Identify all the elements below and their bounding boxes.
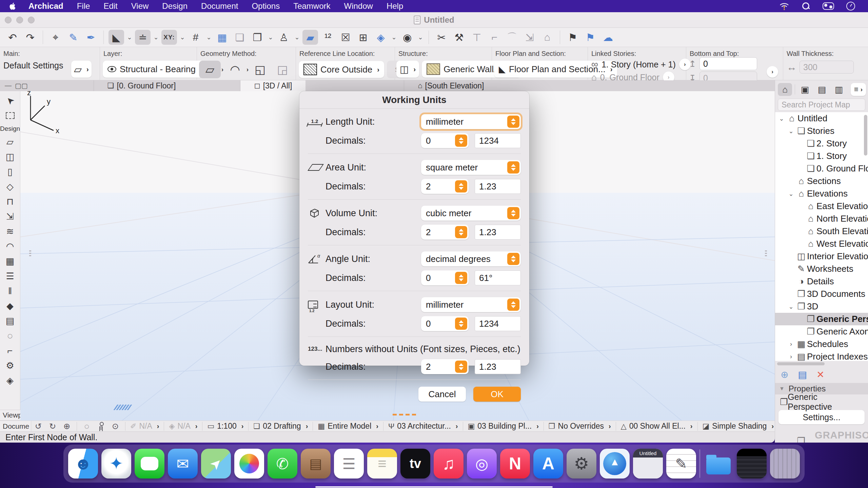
opening-tool-icon[interactable]: ◌ (3, 328, 18, 343)
top-offset-field[interactable]: 0 (699, 57, 757, 70)
menu-options[interactable]: Options (252, 1, 280, 11)
lamp-tool-icon[interactable]: ⚙ (3, 358, 18, 373)
textedit-app-icon[interactable]: ✎ (666, 449, 696, 479)
project-map-icon[interactable]: ⌂ (778, 83, 792, 96)
menu-file[interactable]: File (77, 1, 90, 11)
quick-item-structure-display[interactable]: ▦ Entire Model › (316, 422, 380, 431)
inject-parameters-icon[interactable]: ✒ (83, 30, 99, 45)
notes-app-icon[interactable]: ≡ (367, 449, 397, 479)
control-center-icon[interactable] (823, 2, 834, 10)
tab-south-elevation[interactable]: ⌂ [South Elevation] (404, 80, 497, 91)
layout-unit-select[interactable]: millimeter (421, 297, 521, 312)
stair-tool-icon[interactable]: ☰ (3, 269, 18, 284)
tree-item-worksheets[interactable]: ✎Worksheets (775, 263, 868, 275)
tree-item-stories[interactable]: ⌄❏Stories (775, 125, 868, 137)
music-app-icon[interactable]: ♫ (434, 449, 463, 479)
redo-icon[interactable]: ↷ (22, 30, 38, 45)
tab-grid-icon[interactable]: ▢▢ (15, 82, 28, 90)
reference-line-selector[interactable]: Core Outside › (299, 61, 384, 78)
tree-item-2-story[interactable]: ❏2. Story (775, 137, 868, 150)
photos-app-icon[interactable] (234, 449, 264, 479)
stepper-icon[interactable] (507, 116, 519, 128)
stepper-icon[interactable] (455, 180, 467, 192)
align-top-icon[interactable]: ⊤ (469, 30, 485, 45)
trash-icon[interactable] (770, 449, 800, 479)
apple-icon[interactable] (9, 2, 17, 11)
appstore-app-icon[interactable]: A (533, 449, 563, 479)
3d-cube-icon[interactable]: ◈ (373, 30, 389, 45)
guide-lines-icon[interactable]: ◣ (108, 30, 124, 45)
stepper-icon[interactable] (507, 161, 519, 174)
chevron-down-icon[interactable]: ⌄ (787, 190, 795, 198)
chevron-right-icon[interactable]: › (787, 341, 795, 348)
quick-item-na-2[interactable]: ◈ N/A › (167, 422, 199, 431)
tree-item-3d[interactable]: ⌄❐3D (775, 300, 868, 313)
wall-drawing-icon[interactable]: ▰ (302, 30, 318, 45)
archicad-app-icon[interactable] (600, 449, 630, 479)
length-decimals-select[interactable]: 0 (421, 133, 469, 148)
back-icon[interactable]: ↺ (31, 422, 45, 431)
orbit-chevron-icon[interactable]: ⌄ (417, 34, 424, 41)
left-splitter-handle[interactable] (29, 250, 31, 262)
wifi-alert-icon[interactable] (779, 2, 789, 11)
stepper-icon[interactable] (455, 135, 467, 147)
menu-view[interactable]: View (131, 1, 149, 11)
beam-tool-icon[interactable]: ⊓ (3, 194, 18, 209)
tree-item-3d-documents[interactable]: ❒3D Documents (775, 288, 868, 300)
brown-app-icon[interactable]: ▤ (301, 449, 331, 479)
dark-window-thumbnail[interactable] (737, 449, 767, 479)
search-input[interactable] (782, 100, 862, 109)
thickness-field[interactable]: 300 (800, 61, 854, 74)
forward-icon[interactable]: ↻ (45, 422, 60, 431)
tree-item-untitled[interactable]: ⌄⌂Untitled (775, 112, 868, 125)
angle-unit-select[interactable]: decimal degrees (421, 251, 521, 266)
length-unit-select[interactable]: millimeter (421, 114, 521, 129)
geometry-curved-icon[interactable]: ◠ (224, 61, 246, 78)
tree-item-1-story[interactable]: ❏1. Story (775, 150, 868, 162)
geometry-chained-icon[interactable]: ◱ (249, 61, 271, 78)
edit-transform-icon[interactable]: ⊞ (355, 30, 371, 45)
publisher-sets-icon[interactable]: ▥ (832, 83, 846, 96)
tree-vertical-scrollbar[interactable] (864, 115, 867, 156)
tree-item-0-ground-floor[interactable]: ❏0. Ground Floor (775, 162, 868, 175)
ok-button[interactable]: OK (473, 387, 521, 402)
snap-guides-icon[interactable]: ≐ (135, 30, 151, 45)
adjust-icon[interactable]: ⚒ (451, 30, 467, 45)
grid-display-icon[interactable]: ▦ (214, 30, 230, 45)
zoom-in-icon[interactable]: ⊕ (60, 422, 74, 431)
stepper-icon[interactable] (507, 207, 519, 219)
level-tool-icon[interactable]: ⌐ (3, 343, 18, 358)
tree-item-generic-axonometry[interactable]: ❐Generic Axonomet (775, 325, 868, 338)
pickup-parameters-icon[interactable]: ✎ (65, 30, 81, 45)
menu-teamwork[interactable]: Teamwork (293, 1, 330, 11)
untitled-window-thumbnail[interactable]: Untitled (633, 449, 663, 479)
tab-overflow-icon[interactable]: — (5, 82, 12, 90)
railing-tool-icon[interactable]: ‖ (3, 284, 18, 299)
pan-icon[interactable]: ◌ (80, 422, 94, 431)
chevron-down-icon[interactable]: ⌄ (777, 115, 786, 122)
column-tool-icon[interactable]: ◇ (3, 179, 18, 194)
shell-tool-icon[interactable]: ◠ (3, 239, 18, 254)
snap-grid-chevron-icon[interactable]: ⌄ (205, 34, 212, 41)
menu-archicad[interactable]: Archicad (28, 1, 63, 11)
layout-book-icon[interactable]: ▤ (815, 83, 829, 96)
chevron-down-icon[interactable]: ⌄ (787, 127, 795, 135)
reminders-app-icon[interactable]: ☰ (334, 449, 364, 479)
cloud-list-icon[interactable]: ☁ (600, 30, 616, 45)
bottom-top-chevron-button[interactable]: › (767, 66, 778, 78)
chevron-right-icon[interactable]: › (246, 66, 249, 73)
tree-item-schedules[interactable]: ›▦Schedules (775, 338, 868, 350)
zoom-window-button[interactable] (28, 17, 35, 23)
coordinates-icon[interactable]: XY: (161, 30, 177, 45)
stretch-icon[interactable]: ⌂ (539, 30, 555, 45)
finder-app-icon[interactable]: ☻ (68, 449, 98, 479)
volume-unit-select[interactable]: cubic meter (421, 206, 521, 221)
marquee-restrict-icon[interactable]: ☒ (338, 30, 353, 45)
right-splitter-handle[interactable] (765, 250, 767, 262)
flag-icon[interactable]: ⚑ (565, 30, 580, 45)
tree-item-south-elevation[interactable]: ⌂South Elevation (A (775, 225, 868, 238)
stepper-icon[interactable] (455, 272, 467, 284)
facetime-app-icon[interactable]: ✆ (268, 449, 297, 479)
wall-tool-icon[interactable]: ▱ (3, 135, 18, 149)
tree-item-interior-elevations[interactable]: ◫Interior Elevations (775, 250, 868, 263)
